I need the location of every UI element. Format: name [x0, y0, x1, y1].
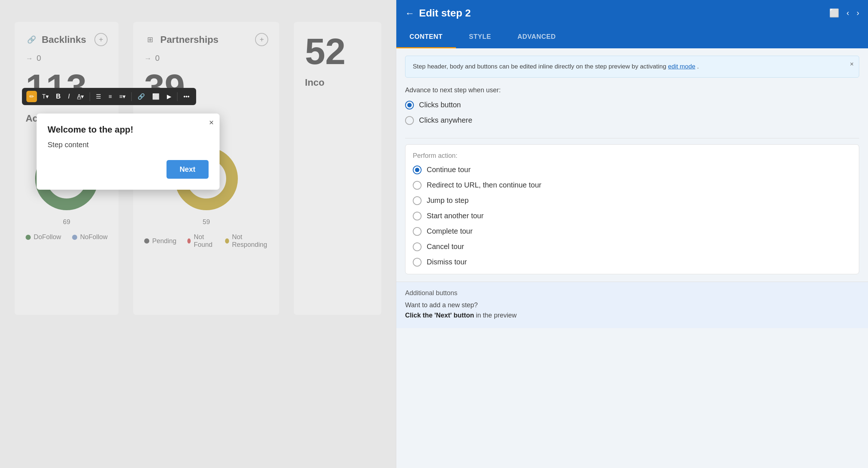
editor-toolbar: ✏ T▾ B I A▾ ☰ ≡ ≡▾ 🔗 ⬜ ▶ •••: [22, 88, 196, 105]
text-btn[interactable]: T▾: [40, 92, 51, 101]
radio-cancel-tour-label: Cancel tour: [427, 242, 464, 251]
tab-style[interactable]: STYLE: [456, 26, 505, 48]
radio-start-another-tour-circle: [413, 212, 422, 220]
partnerships-chart-bottom: 59: [203, 218, 210, 226]
panel-square-btn[interactable]: ⬜: [829, 8, 839, 18]
panel-header-left: ← Edit step 2: [405, 7, 471, 19]
more-btn[interactable]: •••: [181, 92, 192, 101]
popup-footer: Next: [48, 160, 209, 179]
radio-continue-tour[interactable]: Continue tour: [413, 166, 852, 174]
link-icon: 🔗: [26, 34, 37, 45]
right-panel: ← Edit step 2 ⬜ ‹ › CONTENT STYLE ADVANC…: [396, 0, 868, 468]
panel-back-btn[interactable]: ←: [405, 8, 415, 18]
tab-advanced[interactable]: ADVANCED: [504, 26, 569, 48]
radio-jump-to-step[interactable]: Jump to step: [413, 196, 852, 205]
perform-label: Perform action:: [413, 152, 852, 160]
radio-redirect-url[interactable]: Redirect to URL, then continue tour: [413, 181, 852, 190]
advance-section: Advance to next step when user: Clicks b…: [396, 85, 868, 132]
underline-btn[interactable]: A▾: [75, 92, 86, 101]
partnerships-metric: 0: [155, 53, 160, 63]
add-hint-strong: Click the 'Next' button: [405, 312, 474, 319]
separator-1: [90, 92, 90, 101]
partnerships-legend: Pending Not Found Not Responding: [144, 233, 268, 249]
numbered-list-btn[interactable]: ≡: [106, 92, 114, 101]
radio-cancel-tour-circle: [413, 242, 422, 251]
radio-clicks-anywhere-label: Clicks anywhere: [419, 116, 472, 125]
partnerships-add-btn[interactable]: +: [255, 33, 268, 46]
panel-header-right: ⬜ ‹ ›: [829, 8, 859, 18]
popup-close-btn[interactable]: ×: [209, 119, 214, 127]
radio-clicks-button-label: Clicks button: [419, 101, 461, 109]
next-button[interactable]: Next: [167, 160, 209, 179]
additional-buttons-label: Additional buttons: [405, 289, 859, 297]
video-btn[interactable]: ▶: [165, 92, 173, 101]
add-hint: Want to add a new step? Click the 'Next'…: [405, 300, 859, 321]
radio-jump-to-step-circle: [413, 196, 422, 205]
bullet-list-btn[interactable]: ☰: [94, 92, 103, 101]
backlinks-legend: DoFollow NoFollow: [26, 233, 108, 241]
bold-btn[interactable]: B: [54, 91, 63, 102]
main-area: 🔗 Backlinks + → 0 113 Active 6: [0, 0, 396, 468]
perform-radio-group: Continue tour Redirect to URL, then cont…: [413, 166, 852, 267]
radio-dismiss-tour[interactable]: Dismiss tour: [413, 258, 852, 267]
popup-content: Step content: [48, 141, 209, 149]
legend-notresponding: Not Responding: [232, 233, 268, 249]
radio-clicks-button[interactable]: Clicks button: [405, 101, 859, 109]
panel-prev-btn[interactable]: ‹: [846, 8, 849, 18]
arrow-icon-2: →: [144, 54, 151, 63]
third-section-label: Inco: [305, 77, 370, 88]
legend-dofollow: DoFollow: [34, 233, 61, 241]
backlinks-chart-bottom: 69: [63, 218, 70, 226]
radio-cancel-tour[interactable]: Cancel tour: [413, 242, 852, 251]
perform-action-box: Perform action: Continue tour Redirect t…: [405, 144, 859, 274]
info-banner-close-btn[interactable]: ×: [850, 60, 854, 68]
radio-continue-tour-circle: [413, 166, 422, 174]
panel-tabs: CONTENT STYLE ADVANCED: [396, 26, 868, 48]
info-banner: × Step header, body and buttons can be e…: [405, 56, 859, 78]
radio-jump-to-step-label: Jump to step: [427, 196, 469, 205]
tour-popup: × Welcome to the app! Step content Next: [37, 114, 220, 190]
radio-clicks-button-circle: [405, 101, 414, 109]
link-btn[interactable]: 🔗: [135, 92, 147, 101]
arrow-icon: →: [26, 54, 33, 63]
legend-notfound: Not Found: [194, 233, 214, 249]
backlinks-metric: 0: [37, 53, 41, 63]
radio-start-another-tour-label: Start another tour: [427, 212, 484, 220]
radio-continue-tour-label: Continue tour: [427, 166, 471, 174]
radio-complete-tour[interactable]: Complete tour: [413, 227, 852, 236]
radio-redirect-url-label: Redirect to URL, then continue tour: [427, 181, 542, 189]
panel-title: Edit step 2: [419, 7, 471, 19]
separator-2: [131, 92, 132, 101]
italic-btn[interactable]: I: [66, 91, 72, 102]
align-btn[interactable]: ≡▾: [117, 92, 128, 101]
advance-radio-group: Clicks button Clicks anywhere: [405, 101, 859, 125]
separator-3: [177, 92, 177, 101]
advance-label: Advance to next step when user:: [405, 86, 859, 94]
radio-redirect-url-circle: [413, 181, 422, 190]
legend-nofollow: NoFollow: [80, 233, 108, 241]
edit-btn[interactable]: ✏: [26, 91, 37, 102]
backlinks-title: Backlinks: [42, 34, 86, 45]
image-btn[interactable]: ⬜: [150, 92, 162, 101]
radio-clicks-anywhere[interactable]: Clicks anywhere: [405, 116, 859, 125]
radio-dismiss-tour-circle: [413, 258, 422, 267]
radio-complete-tour-label: Complete tour: [427, 227, 473, 235]
legend-pending: Pending: [152, 237, 176, 245]
dashboard-background: 🔗 Backlinks + → 0 113 Active 6: [0, 0, 396, 468]
info-banner-text: Step header, body and buttons can be edi…: [413, 63, 668, 70]
add-hint-text-before: Want to add a new step?: [405, 301, 478, 309]
backlinks-add-btn[interactable]: +: [94, 33, 108, 46]
radio-clicks-anywhere-circle: [405, 116, 414, 125]
edit-mode-link[interactable]: edit mode: [668, 63, 695, 70]
tab-content[interactable]: CONTENT: [396, 26, 456, 48]
additional-buttons-section: Additional buttons Want to add a new ste…: [396, 282, 868, 328]
info-banner-after: .: [697, 63, 699, 70]
popup-title: Welcome to the app!: [48, 125, 209, 135]
panel-next-btn[interactable]: ›: [857, 8, 859, 18]
radio-dismiss-tour-label: Dismiss tour: [427, 258, 467, 266]
radio-start-another-tour[interactable]: Start another tour: [413, 212, 852, 220]
divider-1: [405, 138, 859, 138]
third-column: 52 Inco: [294, 22, 381, 315]
add-hint-after: in the preview: [476, 312, 517, 319]
partnerships-title: Partnerships: [160, 34, 218, 45]
